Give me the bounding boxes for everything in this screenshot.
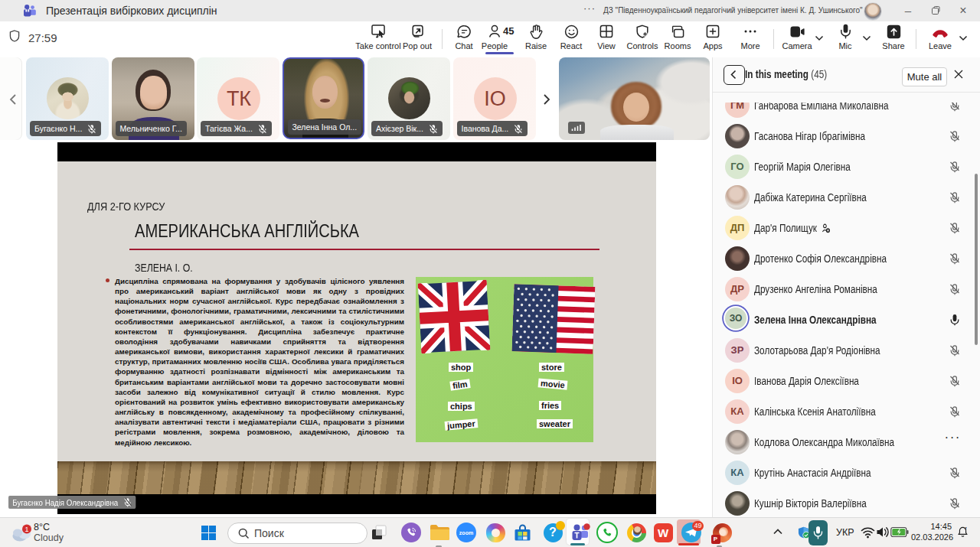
svg-text:1: 1 <box>24 526 28 533</box>
svg-text:z: z <box>965 526 967 530</box>
